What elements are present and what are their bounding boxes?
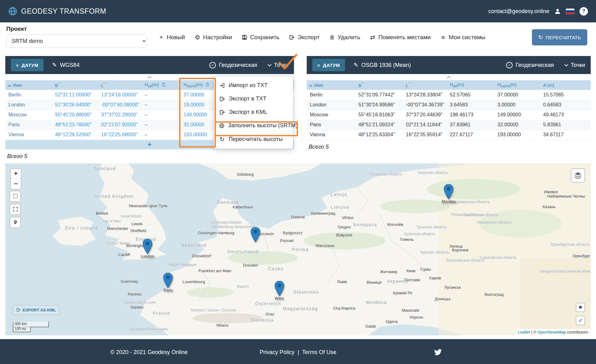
menu-item-export-txt[interactable]: Экспорт в TXT (214, 92, 293, 105)
clear-column-trash-icon[interactable] (161, 82, 166, 88)
column-header-b[interactable]: B˚´˝ (52, 80, 98, 90)
leaflet-link[interactable]: Leaflet (518, 330, 530, 334)
map[interactable]: ScotlandUnited KingdomGreat BritainIsle … (5, 163, 591, 335)
map-marker-wien[interactable]: Wien (275, 281, 284, 296)
column-header-hell[interactable]: Hell(m) (142, 80, 180, 90)
map-label: Тамбовская область (463, 213, 498, 217)
table-row: London 51°30'24.99586" -00°07'34.36739" … (307, 100, 591, 110)
new-button[interactable]: + Новый (158, 34, 185, 41)
menu-item-import-txt[interactable]: Импорт из TXT (214, 79, 293, 92)
help-icon[interactable]: ? (580, 7, 588, 16)
export-icon (289, 35, 295, 40)
map-label: Szczecin (258, 231, 274, 236)
column-header-l[interactable]: L˚´˝ (98, 80, 142, 90)
contact-email[interactable]: contact@geodesy.online (488, 8, 549, 15)
map-marker-london[interactable]: London (143, 239, 152, 254)
points-menu: Импорт из TXT Экспорт в TXT Экспорт в KM… (214, 76, 293, 149)
osm-link[interactable]: OpenStreetMap (538, 330, 566, 334)
export-button[interactable]: Экспорт (289, 34, 319, 41)
map-label: Липецк (449, 244, 463, 249)
menu-item-export-kml[interactable]: Экспорт в KML (214, 105, 293, 119)
caret-up-icon (147, 76, 152, 80)
fullscreen-button[interactable] (10, 204, 21, 215)
map-label: Bydgoszcz (283, 231, 303, 235)
clear-column-trash-icon[interactable] (205, 82, 210, 88)
privacy-policy-link[interactable]: Privacy Policy (260, 349, 295, 355)
pencil-icon: ✎ (52, 62, 57, 68)
coord-type-selector[interactable]: ✓ Геодезическая (209, 62, 257, 68)
refresh-icon: ↻ (219, 136, 225, 143)
save-icon (241, 35, 248, 40)
scale-control: 300 km 100 mi (13, 322, 49, 332)
map-label: France (153, 310, 170, 315)
map-label: Курская область (421, 250, 449, 254)
measure-tool-button[interactable] (576, 316, 585, 325)
map-label: Vilnius (342, 215, 354, 220)
user-icon[interactable] (554, 8, 561, 15)
zoom-control: + − (10, 168, 21, 189)
menu-item-fill-heights-srtm[interactable]: Заполнить высоты (SRTM) (214, 119, 293, 132)
save-button[interactable]: Сохранить (241, 34, 279, 41)
map-marker-paris[interactable]: Paris (163, 273, 173, 288)
add-marker-button[interactable] (10, 217, 21, 228)
datum-button[interactable]: ≡ ДАТУМ (11, 59, 44, 71)
draw-tool-button[interactable] (576, 303, 585, 312)
trash-icon (329, 35, 335, 40)
russian-flag-icon[interactable] (566, 8, 575, 14)
map-label: Миколаїв (402, 308, 419, 312)
pencil-icon: ✎ (354, 62, 358, 68)
column-header-name[interactable]: Имя (5, 80, 52, 90)
datum-button[interactable]: ≡ ДАТУМ (312, 59, 345, 71)
export-as-kml-button[interactable]: EXPORT AS KML (12, 305, 59, 315)
datum-name[interactable]: ✎ OSGB 1936 (Mean) (354, 62, 411, 68)
map-marker-berlin[interactable] (251, 227, 260, 242)
points-dropdown[interactable]: Точки (268, 62, 288, 68)
column-header-a[interactable]: A (m) (540, 80, 591, 90)
coord-type-selector[interactable]: ✓ Геодезическая (506, 62, 554, 68)
project-select[interactable]: SRTM demo (6, 34, 147, 48)
points-table-osgb: Имя B˚´˝ L˚´˝ Hell(m) Hnorm(m) A (m) Ber… (307, 80, 591, 140)
marker-label: Wien (275, 296, 284, 301)
points-dropdown[interactable]: Точки (565, 62, 585, 68)
datum-name[interactable]: ✎ WGS84 (52, 62, 80, 68)
menu-item-recalc-heights[interactable]: ↻ Пересчитать высоты (214, 132, 293, 146)
column-header-l[interactable]: L˚´˝ (403, 80, 447, 90)
recalculate-button[interactable]: ↻ ПЕРЕСЧИТАТЬ (532, 29, 587, 45)
terms-link[interactable]: Terms Of Use (302, 349, 336, 355)
map-label: Sheffield (130, 228, 146, 233)
column-header-b[interactable]: B˚´˝ (355, 80, 403, 90)
settings-button[interactable]: ⚙ Настройки (194, 34, 232, 41)
map-label: Graz (266, 311, 274, 316)
delete-button[interactable]: Удалить (329, 34, 361, 41)
map-label: Frankfurt am Main (198, 268, 231, 273)
map-label: Оренбург (572, 254, 590, 258)
twitter-icon[interactable] (434, 348, 442, 356)
my-systems-button[interactable]: ≡ Мои системы (440, 34, 486, 41)
box-select-button[interactable] (10, 191, 21, 202)
export-icon (219, 96, 225, 102)
map-label: Slovenija (251, 317, 274, 322)
map-marker-moscow[interactable]: Москва (444, 184, 453, 199)
map-label: Slovensko (293, 289, 319, 295)
list-icon: ≡ (317, 63, 320, 68)
footer: © 2020 - 2021 Geodesy Online Privacy Pol… (0, 339, 596, 364)
map-label: Харків (429, 275, 441, 280)
map-label: Belfast (96, 211, 108, 215)
column-header-hell[interactable]: Hell(m) (447, 80, 494, 90)
swap-button[interactable]: ⇄ Поменять местами (370, 34, 431, 41)
zoom-in-button[interactable]: + (11, 169, 21, 179)
map-label: United Kingdom (94, 193, 134, 198)
sort-asc-icon (8, 85, 11, 88)
panel-osgb: ≡ ДАТУМ ✎ OSGB 1936 (Mean) ✓ Геодезическ… (307, 56, 591, 150)
column-header-hnorm[interactable]: Hnorm(m) (494, 80, 540, 90)
map-label: Hamburg (218, 231, 234, 235)
column-header-name[interactable]: Имя (307, 80, 355, 90)
table-row: Vienna 48°12'25.63304" 16°22'35.95914" 2… (307, 130, 591, 140)
app-title: GEODESY TRANSFORM (21, 7, 106, 16)
map-label: Manchester (107, 226, 128, 231)
map-label: Rennes (128, 292, 142, 296)
collapse-toggle[interactable] (307, 74, 591, 80)
zoom-out-button[interactable]: − (11, 179, 21, 189)
layers-button[interactable] (571, 168, 585, 183)
column-header-hnorm[interactable]: Hnorm(m) (180, 80, 215, 90)
